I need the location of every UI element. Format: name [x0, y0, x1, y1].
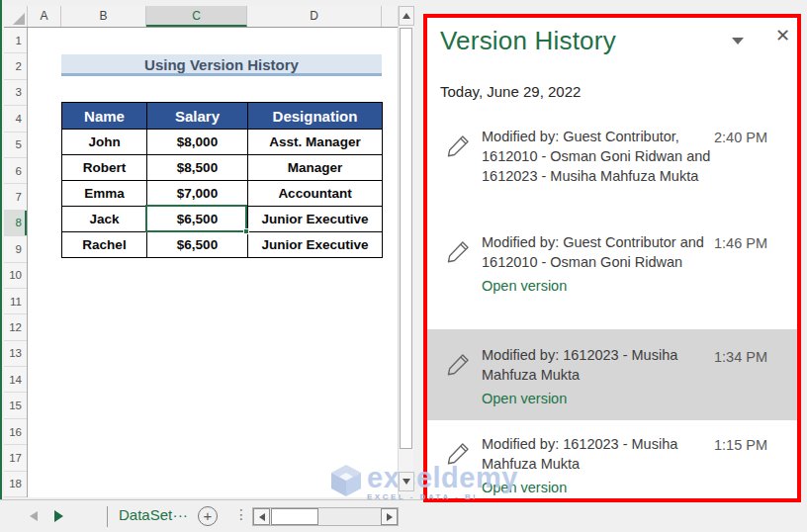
column-header-A[interactable]: A: [28, 6, 61, 27]
version-history-panel: Version History ✕ Today, June 29, 2022 M…: [423, 14, 801, 502]
table-cell[interactable]: Jack: [62, 207, 147, 232]
table-cell[interactable]: John: [62, 130, 147, 155]
open-version-link[interactable]: Open version: [482, 278, 567, 294]
tab-options-dots-icon[interactable]: ⋮: [234, 506, 248, 522]
panel-title: Version History: [440, 26, 616, 56]
pencil-icon: [447, 439, 472, 466]
table-cell[interactable]: Manager: [248, 155, 383, 181]
row-header-18[interactable]: 18: [4, 472, 27, 497]
panel-dropdown-caret-icon[interactable]: [732, 38, 744, 44]
version-entry-time: 2:40 PM: [714, 130, 767, 145]
row-header-2[interactable]: 2: [4, 53, 27, 79]
row-header-16[interactable]: 16: [4, 419, 27, 445]
column-header-C[interactable]: C: [146, 6, 247, 27]
version-entry[interactable]: Modified by: Guest Contributor, 1612010 …: [427, 127, 797, 186]
pencil-icon: [447, 132, 472, 158]
left-accent-strip: [0, 0, 2, 499]
up-arrow-icon: [403, 13, 410, 19]
table-cell[interactable]: Asst. Manager: [248, 130, 383, 155]
vertical-scroll-thumb[interactable]: [400, 28, 412, 449]
table-cell[interactable]: $6,500: [147, 232, 248, 258]
column-header-filler: [382, 6, 398, 27]
row-headers: 123456789101112131415161718: [4, 28, 28, 497]
next-sheet-icon[interactable]: [54, 510, 63, 522]
excel-window: ABCD 123456789101112131415161718 Using V…: [0, 0, 807, 532]
open-version-link[interactable]: Open version: [482, 480, 567, 495]
version-entry-text: Modified by: Guest Contributor, 1612010 …: [482, 127, 719, 186]
version-entry[interactable]: Modified by: 1612023 - Musiha Mahfuza Mu…: [427, 329, 797, 420]
column-headers: ABCD: [4, 6, 398, 28]
row-header-11[interactable]: 11: [4, 289, 27, 314]
row-header-8[interactable]: 8: [4, 211, 27, 236]
table-header-salary[interactable]: Salary: [147, 103, 248, 130]
table-cell[interactable]: $6,500: [147, 207, 248, 232]
table-header-designation[interactable]: Designation: [248, 103, 383, 130]
version-entry[interactable]: Modified by: Guest Contributor and 16120…: [427, 232, 797, 295]
table-row: Emma$7,000Accountant: [62, 181, 383, 207]
vertical-scrollbar[interactable]: [398, 6, 413, 494]
row-header-12[interactable]: 12: [4, 314, 27, 340]
sheet-tab-bar: DataSet ... + ⋮: [0, 499, 423, 532]
table-cell[interactable]: Accountant: [248, 181, 383, 207]
horizontal-scrollbar[interactable]: [252, 507, 399, 526]
table-cell[interactable]: Rachel: [62, 232, 147, 258]
table-cell[interactable]: Emma: [62, 181, 147, 207]
table-row: Rachel$6,500Junior Executive: [62, 232, 383, 258]
row-header-15[interactable]: 15: [4, 393, 27, 418]
tab-overflow[interactable]: ...: [173, 503, 189, 520]
version-entry-text: Modified by: 1612023 - Musiha Mahfuza Mu…: [482, 434, 719, 474]
column-header-D[interactable]: D: [247, 6, 382, 27]
row-header-1[interactable]: 1: [4, 28, 27, 53]
new-sheet-button[interactable]: +: [198, 506, 218, 526]
data-table-body: John$8,000Asst. ManagerRobert$8,500Manag…: [62, 130, 383, 258]
scroll-left-button[interactable]: [253, 508, 270, 525]
table-cell[interactable]: $8,500: [147, 155, 248, 181]
version-entry[interactable]: Modified by: 1612023 - Musiha Mahfuza Mu…: [427, 434, 797, 496]
row-header-9[interactable]: 9: [4, 236, 27, 262]
open-version-link[interactable]: Open version: [482, 391, 567, 406]
table-cell[interactable]: $7,000: [147, 181, 248, 207]
row-header-13[interactable]: 13: [4, 341, 27, 367]
version-entry-time: 1:34 PM: [714, 349, 767, 365]
row-header-5[interactable]: 5: [4, 133, 27, 158]
scroll-up-button[interactable]: [399, 6, 414, 26]
horizontal-scroll-thumb[interactable]: [271, 508, 318, 525]
panel-close-icon[interactable]: ✕: [775, 26, 790, 45]
scroll-down-button[interactable]: [399, 472, 414, 491]
table-cell[interactable]: Junior Executive: [248, 232, 383, 258]
data-table: NameSalaryDesignation John$8,000Asst. Ma…: [61, 102, 383, 258]
date-group-heading: Today, June 29, 2022: [440, 83, 581, 100]
row-header-7[interactable]: 7: [4, 184, 27, 210]
previous-sheet-icon[interactable]: [30, 511, 38, 521]
version-entry-text: Modified by: 1612023 - Musiha Mahfuza Mu…: [482, 345, 719, 385]
row-header-4[interactable]: 4: [4, 106, 27, 132]
row-header-10[interactable]: 10: [4, 263, 27, 289]
sheet-canvas[interactable]: [28, 28, 398, 497]
table-header-name[interactable]: Name: [62, 103, 147, 130]
table-header-row: NameSalaryDesignation: [62, 103, 383, 130]
scroll-right-button[interactable]: [381, 508, 398, 525]
table-row: John$8,000Asst. Manager: [62, 130, 383, 155]
down-arrow-icon: [403, 479, 410, 485]
pencil-icon: [447, 350, 472, 377]
row-header-17[interactable]: 17: [4, 445, 27, 471]
version-entry-text: Modified by: Guest Contributor and 16120…: [482, 232, 719, 272]
select-all-corner[interactable]: [4, 6, 28, 27]
row-header-6[interactable]: 6: [4, 158, 27, 184]
table-row: Jack$6,500Junior Executive: [62, 207, 383, 232]
select-all-triangle-icon: [13, 13, 25, 25]
right-arrow-icon: [387, 513, 393, 521]
row-header-3[interactable]: 3: [4, 80, 27, 106]
data-table-head: NameSalaryDesignation: [62, 103, 383, 130]
table-cell[interactable]: $8,000: [147, 130, 248, 155]
tab-separator: [107, 506, 108, 527]
left-arrow-icon: [259, 513, 265, 521]
sheet-tab-dataset[interactable]: DataSet: [119, 506, 172, 523]
column-header-B[interactable]: B: [61, 6, 146, 27]
version-entry-time: 1:15 PM: [714, 437, 767, 453]
table-cell[interactable]: Junior Executive: [248, 207, 383, 232]
pencil-icon: [447, 237, 472, 264]
worksheet-title-banner: Using Version History: [61, 54, 382, 76]
row-header-14[interactable]: 14: [4, 367, 27, 393]
table-cell[interactable]: Robert: [62, 155, 147, 181]
